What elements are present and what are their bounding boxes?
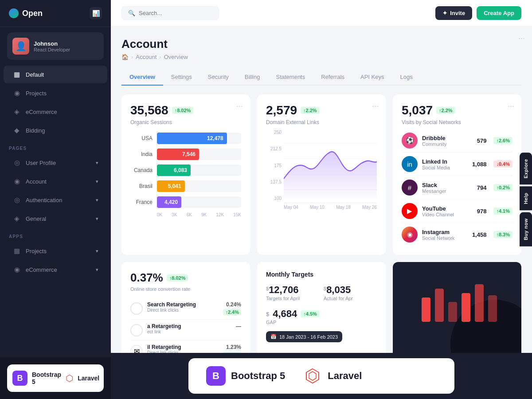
main-area: 🔍 ✦ Invite Create App Account 🏠 › Accoun… [111, 0, 532, 399]
bar-chart: USA 12,478 India 7,546 Canada [130, 133, 241, 217]
svg-rect-8 [475, 284, 484, 322]
buy-now-button[interactable]: Buy now [520, 212, 532, 246]
social-row-linkedin: in Linked In Social Media 1,088 ↓0.4% [402, 153, 512, 176]
card-menu-icon[interactable]: ··· [518, 34, 525, 43]
social-badge: ↑0.2% [493, 184, 512, 191]
tab-overview[interactable]: Overview [121, 69, 163, 86]
tab-referrals[interactable]: Referrals [313, 69, 352, 86]
mt-item-actual: $8,035 Actual for Apr [324, 284, 377, 301]
svg-rect-7 [462, 293, 470, 322]
sidebar-item-general[interactable]: ◈ General ▾ [4, 210, 107, 227]
social-row-dribbble: ⚽ Dribbble Community 579 ↑2.6% [402, 129, 512, 153]
apps-section-label: APPS [0, 228, 111, 242]
sidebar-item-label: Projects [26, 248, 47, 254]
svg-rect-4 [422, 297, 430, 322]
youtube-icon: ▶ [402, 203, 418, 219]
footer-overlay: B Bootstrap 5 Laravel [111, 353, 532, 399]
explore-button[interactable]: Explore [520, 153, 532, 184]
social-badge: ↑2.6% [493, 137, 512, 144]
bar-x-axis: 0K 3K 6K 9K 12K 15K [130, 212, 241, 217]
sidebar: Open 📊 👤 Johnson React Developer ▦ Defau… [0, 0, 111, 399]
circle-icon: ◉ [12, 89, 21, 98]
sidebar-item-projects[interactable]: ◉ Projects [4, 84, 107, 102]
sidebar-item-account[interactable]: ◉ Account ▾ [4, 172, 107, 190]
app-name: Open [22, 9, 43, 18]
tab-statements[interactable]: Statements [268, 69, 313, 86]
home-icon[interactable]: 🏠 [121, 54, 129, 60]
laravel-icon: ⬡ [66, 373, 73, 383]
account-icon: ◉ [12, 177, 21, 186]
search-input[interactable] [139, 10, 212, 16]
auth-icon: ◎ [12, 196, 21, 204]
bar-row-france: France 4,420 [130, 196, 241, 208]
bootstrap-name: Bootstrap 5 [231, 370, 285, 382]
conversion-badge: ↑8.02% [167, 274, 188, 282]
grid-icon: ▦ [12, 70, 21, 79]
sidebar-header: Open 📊 [0, 0, 111, 27]
retarget-circle [130, 324, 143, 336]
breadcrumb-overview[interactable]: Overview [164, 54, 188, 60]
stat-badge: ↑2.2% [436, 107, 455, 114]
chevron-down-icon: ▾ [96, 216, 98, 222]
social-badge: ↑8.3% [493, 231, 512, 238]
social-row-instagram: ◉ Instagram Social Network 1,458 ↑8.3% [402, 223, 512, 246]
monthly-targets-grid: $12,706 Targets for April $8,035 Actual … [266, 284, 377, 301]
card-menu-icon[interactable]: ··· [236, 102, 243, 111]
tab-api-keys[interactable]: API Keys [352, 69, 392, 86]
stat-badge: ↑8.02% [172, 107, 194, 114]
topbar: 🔍 ✦ Invite Create App [111, 0, 532, 27]
social-row-slack: # Slack Messanger 794 ↑0.2% [402, 176, 512, 200]
sidebar-item-default[interactable]: ▦ Default [4, 66, 107, 83]
right-float-buttons: Explore Help Buy now [520, 153, 532, 246]
sidebar-item-label: Projects [26, 90, 47, 97]
sidebar-item-authentication[interactable]: ◎ Authentication ▾ [4, 191, 107, 209]
tab-security[interactable]: Security [200, 69, 237, 86]
sidebar-item-label: User Profile [26, 160, 56, 166]
svg-rect-9 [488, 295, 497, 322]
laravel-name: Laravel [328, 370, 362, 382]
sidebar-item-bidding[interactable]: ◆ Bidding [4, 121, 107, 139]
tab-logs[interactable]: Logs [392, 69, 420, 86]
bootstrap-label: Bootstrap 5 [32, 371, 61, 385]
card-menu-icon[interactable]: ··· [372, 102, 379, 111]
tabs: Overview Settings Security Billing State… [121, 69, 521, 86]
user-card[interactable]: 👤 Johnson React Developer [7, 32, 104, 60]
svg-rect-5 [435, 289, 444, 322]
card-menu-icon[interactable]: ··· [508, 102, 514, 111]
stat-number: 35,568 ↑8.02% [130, 103, 241, 117]
sidebar-item-label: eCommerce [26, 109, 57, 115]
bootstrap-brand: B Bootstrap 5 [206, 366, 285, 386]
create-app-button[interactable]: Create App [477, 6, 521, 20]
sidebar-chart-icon[interactable]: 📊 [90, 7, 102, 20]
invite-button[interactable]: ✦ Invite [435, 6, 472, 20]
shop-icon: ◉ [12, 265, 21, 274]
search-box[interactable]: 🔍 [121, 6, 219, 20]
svg-rect-6 [448, 302, 457, 322]
app-logo[interactable]: Open [9, 8, 43, 18]
tab-billing[interactable]: Billing [237, 69, 268, 86]
sidebar-item-projects-app[interactable]: ▦ Projects ▾ [4, 242, 107, 260]
social-badge: ↓0.4% [493, 160, 512, 168]
sidebar-item-user-profile[interactable]: ◎ User Profile ▾ [4, 154, 107, 172]
stat-label: Domain External Links [266, 119, 377, 125]
calendar-icon: 📅 [270, 334, 277, 340]
line-chart: 250 212.5 175 137.5 100 [266, 130, 377, 210]
conversion-pct: 0.37% ↑8.02% [130, 271, 241, 285]
stat-card-domain: ··· 2,579 ↑2.2% Domain External Links 25… [257, 94, 386, 255]
monthly-targets-title: Monthly Targets [266, 271, 377, 278]
page-title: Account [121, 37, 521, 51]
tab-settings[interactable]: Settings [163, 69, 200, 86]
breadcrumb-account[interactable]: Account [136, 54, 156, 60]
line-chart-svg [284, 130, 377, 201]
help-button[interactable]: Help [520, 186, 532, 210]
mini-bar-chart-svg [402, 271, 512, 324]
bootstrap-b-icon: B [206, 366, 226, 386]
sidebar-item-ecommerce-app[interactable]: ◉ eCommerce ▾ [4, 261, 107, 278]
sidebar-item-ecommerce[interactable]: ◈ eCommerce [4, 103, 107, 121]
social-badge: ↑4.1% [493, 207, 512, 215]
date-range-badge: 📅 18 Jan 2023 - 16 Feb 2023 [266, 331, 342, 342]
retarget-circle [130, 302, 143, 315]
slack-icon: # [402, 180, 418, 196]
laravel-label: Laravel [78, 375, 99, 382]
page-header: Account 🏠 › Account › Overview [121, 37, 521, 60]
